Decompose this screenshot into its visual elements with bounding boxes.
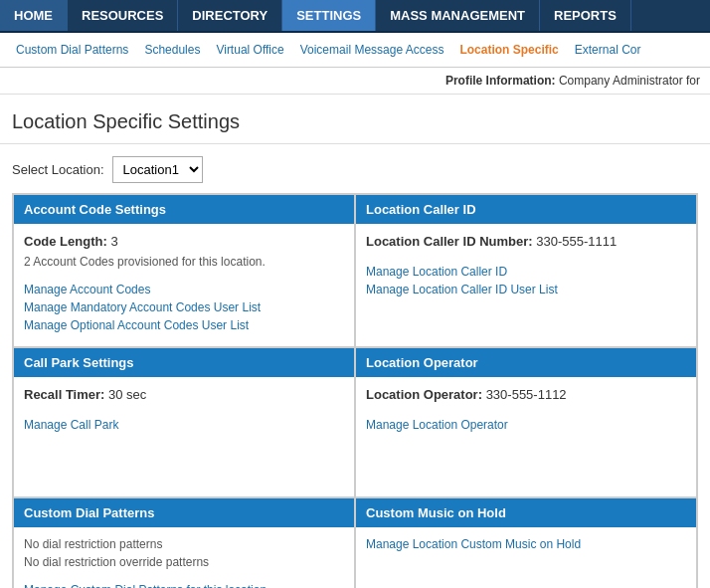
subnav-virtual-office[interactable]: Virtual Office [208, 39, 291, 61]
call-park-body: Recall Timer: 30 sec Manage Call Park [14, 377, 354, 496]
nav-resources[interactable]: RESOURCES [68, 0, 178, 31]
nav-settings[interactable]: SETTINGS [282, 0, 376, 31]
custom-music-body: Manage Location Custom Music on Hold [356, 527, 696, 588]
location-operator-body: Location Operator: 330-555-1112 Manage L… [356, 377, 696, 496]
subnav-schedules[interactable]: Schedules [136, 39, 208, 61]
profile-value: Company Administrator for [559, 74, 700, 88]
select-location-label: Select Location: [12, 162, 104, 177]
subnav-voicemail-message-access[interactable]: Voicemail Message Access [292, 39, 452, 61]
subnav-location-specific[interactable]: Location Specific [451, 39, 566, 61]
operator-number: Location Operator: 330-555-1112 [366, 387, 686, 402]
location-operator-header: Location Operator [356, 348, 696, 377]
manage-custom-music-link[interactable]: Manage Location Custom Music on Hold [366, 537, 686, 551]
subnav-custom-dial-patterns[interactable]: Custom Dial Patterns [8, 39, 136, 61]
custom-music-section: Custom Music on Hold Manage Location Cus… [355, 497, 697, 588]
caller-id-header: Location Caller ID [356, 195, 696, 224]
manage-optional-link[interactable]: Manage Optional Account Codes User List [24, 318, 344, 332]
no-dial-override: No dial restriction override patterns [24, 555, 344, 569]
custom-dial-patterns-section: Custom Dial Patterns No dial restriction… [13, 497, 355, 588]
location-select[interactable]: Location1 Location2 Location3 [112, 156, 203, 183]
caller-id-body: Location Caller ID Number: 330-555-1111 … [356, 224, 696, 343]
call-park-section: Call Park Settings Recall Timer: 30 sec … [13, 347, 355, 497]
account-code-section: Account Code Settings Code Length: 3 2 A… [13, 194, 355, 347]
provisioned-text: 2 Account Codes provisioned for this loc… [24, 255, 344, 269]
call-park-header: Call Park Settings [14, 348, 354, 377]
page-title: Location Specific Settings [0, 95, 710, 144]
custom-music-header: Custom Music on Hold [356, 498, 696, 527]
manage-custom-dial-patterns-link[interactable]: Manage Custom Dial Patterns for this loc… [24, 583, 344, 588]
nav-directory[interactable]: DIRECTORY [178, 0, 282, 31]
nav-home[interactable]: HOME [0, 0, 68, 31]
no-dial-restriction: No dial restriction patterns [24, 537, 344, 551]
account-code-header: Account Code Settings [14, 195, 354, 224]
profile-bar: Profile Information: Company Administrat… [0, 68, 710, 95]
manage-caller-id-user-list-link[interactable]: Manage Location Caller ID User List [366, 283, 686, 296]
custom-dial-patterns-header: Custom Dial Patterns [14, 498, 354, 527]
select-location-row: Select Location: Location1 Location2 Loc… [0, 144, 710, 193]
code-length: Code Length: 3 [24, 234, 344, 249]
location-operator-section: Location Operator Location Operator: 330… [355, 347, 697, 497]
nav-mass-management[interactable]: MASS MANAGEMENT [376, 0, 540, 31]
custom-dial-patterns-body: No dial restriction patterns No dial res… [14, 527, 354, 588]
caller-id-section: Location Caller ID Location Caller ID Nu… [355, 194, 697, 347]
manage-mandatory-link[interactable]: Manage Mandatory Account Codes User List [24, 300, 344, 314]
account-code-body: Code Length: 3 2 Account Codes provision… [14, 224, 354, 346]
settings-grid: Account Code Settings Code Length: 3 2 A… [12, 193, 698, 588]
subnav-external-cor[interactable]: External Cor [567, 39, 649, 61]
profile-label: Profile Information: [445, 74, 556, 88]
manage-caller-id-link[interactable]: Manage Location Caller ID [366, 265, 686, 279]
caller-id-number: Location Caller ID Number: 330-555-1111 [366, 234, 686, 249]
top-nav: HOME RESOURCES DIRECTORY SETTINGS MASS M… [0, 0, 710, 33]
manage-account-codes-link[interactable]: Manage Account Codes [24, 283, 344, 296]
manage-call-park-link[interactable]: Manage Call Park [24, 418, 344, 432]
manage-location-operator-link[interactable]: Manage Location Operator [366, 418, 686, 432]
sub-nav: Custom Dial Patterns Schedules Virtual O… [0, 33, 710, 68]
recall-timer: Recall Timer: 30 sec [24, 387, 344, 402]
nav-reports[interactable]: REPORTS [540, 0, 631, 31]
